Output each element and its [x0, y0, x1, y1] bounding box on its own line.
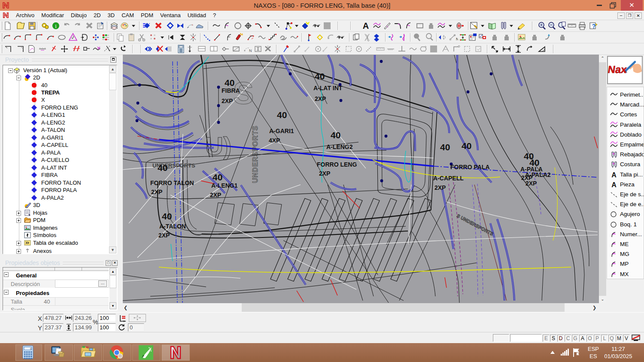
svg-text:40: 40	[440, 142, 450, 152]
svg-text:2XP: 2XP	[319, 170, 330, 177]
svg-text:40: 40	[213, 172, 222, 182]
svg-text:N: N	[249, 49, 252, 53]
svg-text:2XP: 2XP	[210, 192, 221, 198]
svg-text:UNDERSPORTS: UNDERSPORTS	[252, 125, 259, 183]
svg-text:40: 40	[225, 78, 234, 88]
svg-text:40: 40	[462, 141, 471, 151]
svg-text:Nax: Nax	[608, 64, 628, 75]
svg-text:A: A	[611, 181, 617, 188]
svg-text:A-PALA2: A-PALA2	[525, 171, 551, 178]
svg-text:?: ?	[592, 23, 596, 30]
svg-text:2XP: 2XP	[151, 189, 162, 195]
svg-text:A-CAPELL: A-CAPELL	[433, 175, 464, 182]
svg-text:FORRO TALON: FORRO TALON	[150, 179, 194, 186]
svg-text:FORRO PALA: FORRO PALA	[450, 164, 490, 170]
svg-text:40: 40	[162, 211, 172, 221]
svg-text:A-GARI1: A-GARI1	[269, 128, 294, 134]
svg-text:4XP: 4XP	[269, 137, 280, 144]
svg-text:40: 40	[331, 130, 340, 140]
svg-text:40: 40	[277, 110, 287, 120]
svg-text:2XP: 2XP	[158, 232, 170, 239]
svg-text:40: 40	[315, 71, 325, 81]
svg-text:40: 40	[158, 163, 167, 173]
svg-text:2XP: 2XP	[315, 95, 326, 102]
svg-text:2XP: 2XP	[434, 184, 446, 191]
svg-text:i: i	[55, 23, 57, 29]
svg-text:FIBRA: FIBRA	[222, 87, 240, 94]
svg-text:2XP: 2XP	[526, 180, 537, 187]
svg-text:FORRO LENG: FORRO LENG	[317, 161, 357, 168]
svg-text:A-LAT INT: A-LAT INT	[313, 85, 343, 91]
svg-text:A-LENG2: A-LENG2	[326, 143, 353, 150]
svg-text:2XP: 2XP	[222, 97, 233, 104]
svg-text:A: A	[363, 21, 369, 30]
svg-text:A-LENG1: A-LENG1	[211, 182, 238, 189]
svg-text:A: A	[611, 171, 617, 178]
svg-text:U): U)	[205, 132, 231, 160]
svg-text:A-TALON: A-TALON	[159, 223, 186, 230]
